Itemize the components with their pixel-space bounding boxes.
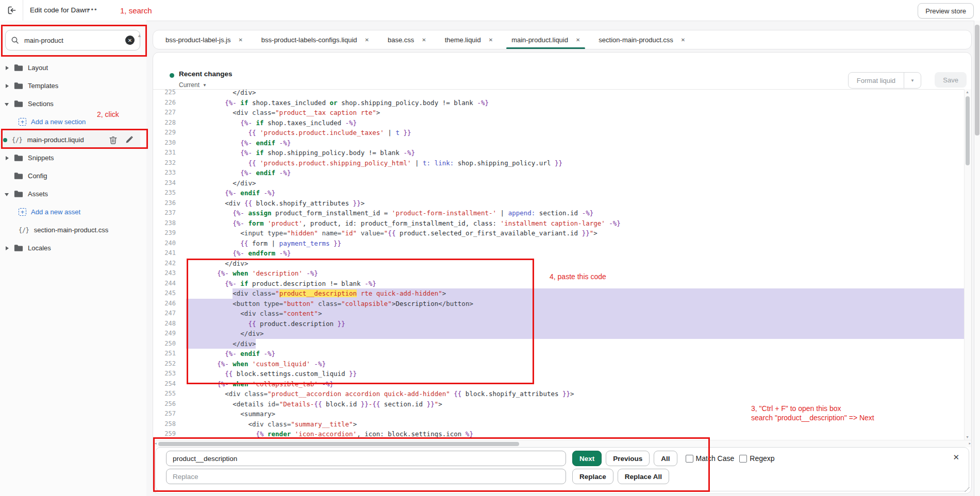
find-all-button[interactable]: All xyxy=(654,451,677,466)
save-button[interactable]: Save xyxy=(935,72,967,88)
regexp-label: Regexp xyxy=(750,454,774,463)
line-filler xyxy=(345,319,965,329)
indent xyxy=(186,349,225,359)
code-line-254: 254{%- when 'collapsible_tab' -%} xyxy=(153,379,965,389)
line-number: 236 xyxy=(153,198,176,209)
sidebar-scroll-up-icon[interactable]: ▲ xyxy=(137,33,142,38)
line-filler xyxy=(275,188,965,198)
version-dropdown[interactable]: Current ▼ xyxy=(179,81,207,89)
exit-editor-button[interactable] xyxy=(5,4,19,17)
indent xyxy=(186,339,232,349)
horizontal-scroll-thumb[interactable] xyxy=(158,442,519,446)
line-filler xyxy=(593,208,965,218)
sidebar-item-snippets[interactable]: Snippets xyxy=(0,149,140,167)
close-find-icon[interactable]: ✕ xyxy=(953,453,959,462)
code-line-content: {%- endform -%} xyxy=(186,248,965,259)
code-line-225: 225</div> xyxy=(153,89,965,98)
resize-grip[interactable] xyxy=(965,487,970,492)
indent xyxy=(186,268,217,279)
tab-theme-liquid[interactable]: theme.liquid✕ xyxy=(436,30,503,49)
format-liquid-button[interactable]: Format liquid ▼ xyxy=(848,72,921,89)
page-scroll-thumb[interactable] xyxy=(975,25,979,135)
caret-icon xyxy=(5,246,9,250)
regexp-checkbox[interactable]: Regexp xyxy=(739,454,774,463)
code-tokens: {%- endif -%} xyxy=(225,349,275,359)
code-line-245: 245<div class="product__description rte … xyxy=(153,288,965,299)
search-input[interactable] xyxy=(23,36,121,45)
replace-all-button[interactable]: Replace All xyxy=(618,469,669,484)
indent xyxy=(186,108,232,118)
pencil-icon[interactable] xyxy=(125,136,133,144)
line-number: 257 xyxy=(153,409,176,419)
code-editor[interactable]: 225</div>226{%- if shop.taxes_included o… xyxy=(153,89,965,440)
close-tab-icon[interactable]: ✕ xyxy=(681,37,685,43)
indent xyxy=(186,299,232,309)
close-tab-icon[interactable]: ✕ xyxy=(576,37,580,43)
sidebar-item-section-main-product-css[interactable]: {/}section-main-product.css xyxy=(0,221,140,239)
close-tab-icon[interactable]: ✕ xyxy=(365,37,369,43)
sidebar-item-templates[interactable]: Templates xyxy=(0,77,140,95)
sidebar-item-locales[interactable]: Locales xyxy=(0,239,140,257)
code-line-237: 237{%- assign product_form_installment_i… xyxy=(153,208,965,218)
replace-button[interactable]: Replace xyxy=(572,469,613,484)
tab-section-main-product-css[interactable]: section-main-product.css✕ xyxy=(589,30,694,49)
sidebar-item-config[interactable]: Config xyxy=(0,167,140,185)
clear-search-icon[interactable]: ✕ xyxy=(125,36,135,45)
find-previous-button[interactable]: Previous xyxy=(606,451,650,466)
code-tokens: {%- if shop.shipping_policy.body != blan… xyxy=(240,148,415,158)
match-case-checkbox[interactable]: Match Case xyxy=(686,454,735,463)
tab-bss-product-label-js-js[interactable]: bss-product-label-js.js✕ xyxy=(156,30,252,49)
sidebar-item-layout[interactable]: Layout xyxy=(0,59,140,77)
scroll-down-icon[interactable]: ▼ xyxy=(966,435,969,439)
find-next-button[interactable]: Next xyxy=(572,451,602,466)
line-number: 249 xyxy=(153,329,176,339)
more-actions-menu[interactable]: ••• xyxy=(88,0,98,20)
line-number: 239 xyxy=(153,228,176,238)
replace-input[interactable] xyxy=(166,469,566,484)
preview-store-button[interactable]: Preview store xyxy=(918,3,974,19)
code-line-232: 232{{ 'products.product.shipping_policy_… xyxy=(153,158,965,168)
sidebar-item-assets[interactable]: Assets xyxy=(0,185,140,203)
scroll-up-icon[interactable]: ▲ xyxy=(966,90,969,94)
code-editor-page: Edit code for Dawn ••• 1, search Preview… xyxy=(0,0,980,496)
code-tokens: {%- if shop.taxes_included -%} xyxy=(240,118,357,128)
close-tab-icon[interactable]: ✕ xyxy=(489,37,493,43)
sidebar-item-main-product-liquid[interactable]: {/}main-product.liquid xyxy=(0,131,140,149)
trash-icon[interactable] xyxy=(109,136,117,144)
line-filler xyxy=(411,128,965,138)
sidebar-item-add-a-new-section[interactable]: +Add a new section xyxy=(0,113,140,131)
indent xyxy=(186,168,240,178)
folder-label: Assets xyxy=(28,190,48,198)
editor-horizontal-scrollbar[interactable]: ◂ ▸ xyxy=(153,440,972,447)
scroll-left-icon[interactable]: ◂ xyxy=(155,441,157,446)
close-tab-icon[interactable]: ✕ xyxy=(238,37,242,43)
line-number: 227 xyxy=(153,108,176,118)
folder-label: Layout xyxy=(28,64,48,72)
line-filler xyxy=(473,429,965,439)
scroll-right-icon[interactable]: ▸ xyxy=(969,441,971,446)
page-scrollbar[interactable] xyxy=(974,21,980,496)
caret-icon xyxy=(5,174,9,178)
code-tokens: <div class="summary__title"> xyxy=(248,419,357,430)
line-number: 225 xyxy=(153,89,176,98)
line-number: 234 xyxy=(153,178,176,189)
tab-main-product-liquid[interactable]: main-product.liquid✕ xyxy=(502,30,589,49)
find-input[interactable] xyxy=(166,451,566,466)
vertical-scroll-thumb[interactable] xyxy=(966,96,970,165)
liquid-file-icon: {/} xyxy=(12,136,23,144)
code-line-content: <div class="content"> xyxy=(186,309,965,319)
code-line-content: </div> xyxy=(186,259,965,269)
tab-base-css[interactable]: base.css✕ xyxy=(378,30,436,49)
recent-changes-label: Recent changes xyxy=(179,70,232,78)
close-tab-icon[interactable]: ✕ xyxy=(422,37,426,43)
editor-vertical-scrollbar[interactable]: ▲ ▼ xyxy=(964,89,971,440)
line-filler xyxy=(256,178,965,189)
format-dropdown-icon[interactable]: ▼ xyxy=(904,78,921,83)
sidebar-item-add-a-new-asset[interactable]: +Add a new asset xyxy=(0,203,140,221)
tab-bss-product-labels-configs-liquid[interactable]: bss-product-labels-configs.liquid✕ xyxy=(252,30,378,49)
code-line-252: 252{%- when 'custom_liquid' -%} xyxy=(153,359,965,369)
sidebar-item-sections[interactable]: Sections xyxy=(0,95,140,113)
code-line-content: </div> xyxy=(186,329,965,339)
annotation-3-line2: search "product__description" => Next xyxy=(751,413,874,422)
add-icon: + xyxy=(19,208,26,216)
